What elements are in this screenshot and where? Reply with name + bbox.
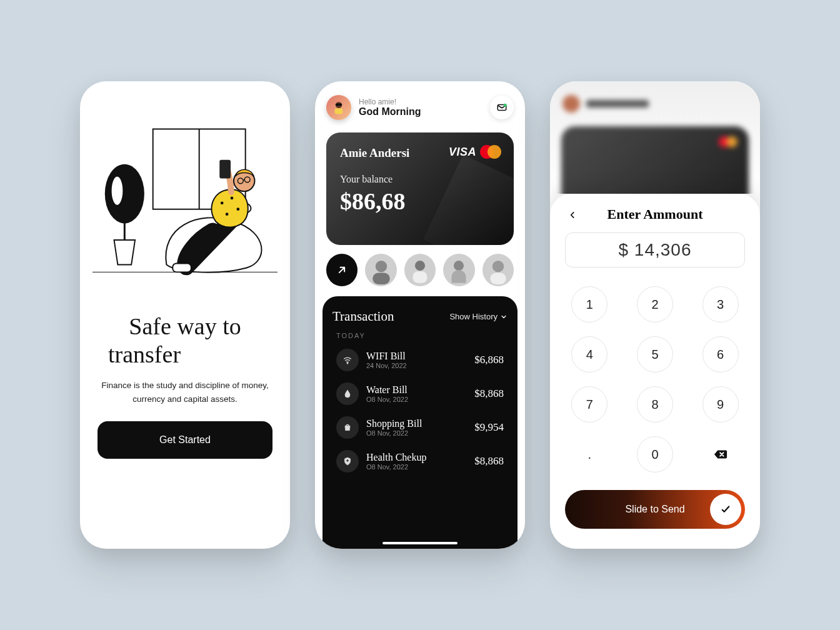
- transaction-date: O8 Nov, 2022: [366, 463, 426, 471]
- get-started-button[interactable]: Get Started: [98, 421, 272, 459]
- svg-point-23: [415, 261, 425, 271]
- key-9[interactable]: 9: [702, 386, 739, 422]
- key-1[interactable]: 1: [571, 286, 608, 322]
- svg-rect-10: [219, 160, 231, 179]
- svg-point-3: [111, 176, 124, 205]
- key-7[interactable]: 7: [571, 386, 608, 422]
- backspace-icon: [714, 449, 728, 459]
- svg-point-7: [231, 197, 234, 200]
- greeting-block: Hello amie! God Morning: [359, 98, 421, 118]
- balance-label: Your balance: [340, 174, 500, 185]
- home-indicator: [382, 542, 458, 544]
- mastercard-logo: [480, 145, 501, 159]
- messages-button[interactable]: [490, 96, 514, 119]
- svg-point-21: [375, 261, 386, 272]
- svg-rect-27: [490, 273, 506, 284]
- svg-point-26: [492, 261, 504, 272]
- subtitle: Finance is the study and discipline of m…: [80, 379, 290, 407]
- svg-rect-4: [172, 264, 191, 272]
- svg-point-28: [347, 362, 348, 364]
- contact-avatar[interactable]: [482, 254, 514, 286]
- svg-point-8: [236, 208, 239, 211]
- key-8[interactable]: 8: [637, 386, 673, 422]
- svg-point-9: [226, 212, 229, 216]
- amount-input[interactable]: $ 14,306: [565, 232, 745, 268]
- dashboard-screen: Hello amie! God Morning VISA Amie Anders…: [315, 81, 525, 549]
- svg-rect-17: [335, 108, 343, 114]
- onboarding-screen: Safe way to transfer money Finance is th…: [80, 81, 290, 549]
- show-history-label: Show History: [449, 312, 498, 321]
- transaction-name: Health Chekup: [366, 452, 426, 463]
- enter-amount-screen: Enter Ammount $ 14,306 1 2 3 4 5 6 7 8 9…: [550, 81, 760, 549]
- quick-contacts: [315, 245, 525, 295]
- contact-avatar[interactable]: [365, 254, 396, 286]
- slide-to-send[interactable]: Slide to Send: [565, 490, 745, 529]
- svg-rect-22: [372, 273, 390, 284]
- arrow-up-right-icon: [336, 264, 348, 276]
- chevron-down-icon: [500, 313, 508, 321]
- svg-point-20: [504, 104, 507, 107]
- svg-rect-18: [336, 104, 342, 106]
- blurred-background: [550, 81, 760, 194]
- card-brands: VISA: [449, 145, 501, 159]
- transaction-row[interactable]: Shopping BillO8 Nov, 2022 $9,954: [332, 411, 508, 444]
- key-3[interactable]: 3: [702, 286, 739, 322]
- contact-avatar[interactable]: [404, 254, 436, 286]
- hero-illustration: [80, 81, 290, 294]
- transaction-row[interactable]: Health ChekupO8 Nov, 2022 $8,868: [332, 444, 508, 478]
- svg-rect-24: [413, 271, 428, 282]
- key-0[interactable]: 0: [637, 436, 673, 472]
- transaction-amount: $8,868: [474, 388, 504, 400]
- transaction-date: O8 Nov, 2022: [366, 396, 408, 403]
- transaction-group-label: TODAY: [336, 332, 508, 339]
- transaction-amount: $8,868: [474, 455, 504, 468]
- greeting-small: Hello amie!: [359, 98, 421, 106]
- transaction-row[interactable]: Water BillO8 Nov, 2022 $8,868: [332, 377, 508, 411]
- balance-card[interactable]: VISA Amie Andersi Your balance $86,68: [326, 132, 514, 245]
- water-icon: [336, 382, 359, 405]
- show-history-button[interactable]: Show History: [449, 312, 508, 321]
- greeting-big: God Morning: [359, 106, 421, 118]
- chevron-left-icon: [568, 211, 577, 219]
- transaction-date: 24 Nov, 2022: [366, 362, 407, 369]
- transactions-title: Transaction: [332, 309, 394, 324]
- transaction-name: Shopping Bill: [366, 418, 422, 429]
- avatar[interactable]: [326, 95, 351, 120]
- contact-avatar[interactable]: [443, 254, 474, 286]
- key-5[interactable]: 5: [637, 336, 673, 372]
- key-backspace[interactable]: [702, 436, 739, 472]
- keypad: 1 2 3 4 5 6 7 8 9 . 0: [568, 286, 742, 472]
- key-dot[interactable]: .: [571, 436, 608, 472]
- slide-label: Slide to Send: [625, 504, 684, 515]
- send-money-button[interactable]: [326, 254, 358, 286]
- check-icon: [720, 504, 731, 515]
- svg-point-25: [454, 261, 464, 271]
- transaction-amount: $9,954: [474, 421, 504, 434]
- bag-icon: [336, 416, 359, 439]
- amount-sheet: Enter Ammount $ 14,306 1 2 3 4 5 6 7 8 9…: [550, 194, 760, 549]
- slide-knob[interactable]: [710, 494, 741, 525]
- back-button[interactable]: [565, 208, 580, 222]
- wifi-icon: [336, 349, 359, 371]
- transactions-panel: Transaction Show History TODAY WIFI Bill…: [322, 296, 518, 549]
- visa-logo: VISA: [449, 146, 476, 159]
- key-4[interactable]: 4: [571, 336, 608, 372]
- key-2[interactable]: 2: [637, 286, 673, 322]
- header: Hello amie! God Morning: [315, 81, 525, 129]
- svg-point-6: [221, 201, 224, 204]
- transaction-name: Water Bill: [366, 384, 408, 396]
- shield-icon: [336, 450, 359, 472]
- key-6[interactable]: 6: [702, 336, 739, 372]
- transaction-name: WIFI Bill: [366, 351, 407, 362]
- balance-value: $86,68: [340, 188, 500, 215]
- transaction-amount: $6,868: [474, 354, 504, 366]
- headline: Safe way to transfer money: [80, 294, 290, 379]
- transaction-date: O8 Nov, 2022: [366, 429, 422, 437]
- sheet-title: Enter Ammount: [608, 206, 703, 222]
- transaction-row[interactable]: WIFI Bill24 Nov, 2022 $6,868: [332, 343, 508, 377]
- headline-highlight: money: [188, 341, 262, 370]
